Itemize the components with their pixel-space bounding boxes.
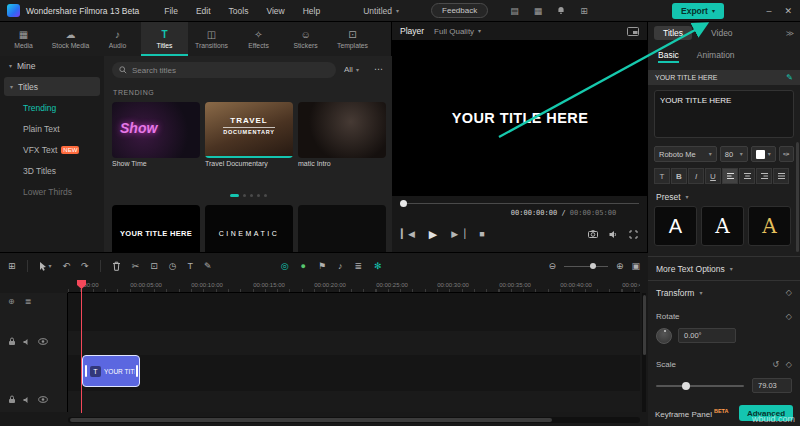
seek-handle[interactable]	[400, 200, 407, 207]
media-browser-icon[interactable]: ⊞	[8, 261, 16, 271]
bold-button[interactable]: B	[671, 168, 687, 184]
next-frame-button[interactable]: ▶▕	[451, 229, 465, 239]
close-button[interactable]: ✕	[784, 6, 792, 16]
zoom-in-icon[interactable]: ⊕	[616, 261, 624, 271]
rotate-value-field[interactable]: 0.00°	[678, 328, 736, 343]
zoom-out-icon[interactable]: ⊖	[548, 261, 556, 271]
tab-titles[interactable]: T Titles	[141, 22, 188, 56]
menu-edit[interactable]: Edit	[187, 6, 220, 16]
title-card-your-title-here[interactable]: YOUR TITLE HERE	[112, 205, 200, 252]
text-tool-icon[interactable]: T	[188, 261, 194, 271]
speed-icon[interactable]: ◷	[169, 261, 177, 271]
sidebar-item-3d-titles[interactable]: 3D Titles	[0, 160, 104, 181]
horizontal-scrollbar-thumb[interactable]	[70, 418, 552, 422]
play-button[interactable]: ▶	[429, 228, 437, 241]
reset-icon[interactable]: ↺	[772, 360, 779, 369]
sidebar-item-lower-thirds[interactable]: Lower Thirds	[0, 181, 104, 202]
notification-bell-icon[interactable]	[557, 6, 565, 15]
sidebar-group-mine[interactable]: ▾ Mine	[0, 56, 104, 76]
eye-icon[interactable]	[38, 338, 48, 345]
horizontal-scrollbar[interactable]	[68, 417, 640, 423]
lock-icon[interactable]	[8, 337, 16, 346]
keyframe-panel-button[interactable]: Keyframe PanelBETA	[655, 408, 729, 419]
title-card-show-time[interactable]: Show	[112, 102, 200, 158]
tab-media[interactable]: ▦ Media	[0, 22, 47, 56]
preset-tile-3[interactable]: A	[748, 206, 791, 246]
edit-title-icon[interactable]: ✎	[786, 73, 793, 82]
preset-tile-2[interactable]: A	[701, 206, 744, 246]
feedback-button[interactable]: Feedback	[431, 3, 488, 18]
undo-icon[interactable]: ↶	[63, 261, 71, 271]
project-name-dropdown[interactable]: Untitled ▾	[363, 6, 399, 16]
italic-button[interactable]: I	[688, 168, 704, 184]
font-size-dropdown[interactable]: 80 ▾	[720, 146, 748, 162]
fit-timeline-icon[interactable]: ▣	[631, 261, 640, 271]
voiceover-icon[interactable]: ♪	[338, 261, 343, 271]
title-card-travel-documentary[interactable]: TRAVEL DOCUMENTARY	[205, 102, 293, 158]
eye-icon[interactable]	[38, 396, 48, 403]
menu-help[interactable]: Help	[294, 6, 329, 16]
chroma-key-icon[interactable]: ●	[301, 261, 306, 271]
vertical-scrollbar-thumb[interactable]	[643, 295, 646, 355]
transform-section[interactable]: Transform ▾	[656, 288, 702, 298]
justify-button[interactable]	[773, 168, 789, 184]
preset-tile-1[interactable]: A	[654, 206, 697, 246]
tab-templates[interactable]: ⊡ Templates	[329, 22, 376, 56]
mixer-icon[interactable]: ≣	[355, 261, 363, 271]
font-color-dropdown[interactable]: ▾	[751, 146, 776, 162]
align-right-button[interactable]	[756, 168, 772, 184]
marker-flag-icon[interactable]: ⚑	[318, 261, 326, 271]
title-card-cinematic[interactable]: CINEMATIC	[205, 205, 293, 252]
sidebar-item-plain-text[interactable]: Plain Text	[0, 118, 104, 139]
panel-scrollbar[interactable]	[796, 142, 799, 252]
sidebar-group-titles[interactable]: ▾ Titles	[4, 77, 100, 96]
properties-tab-titles[interactable]: Titles	[654, 26, 692, 40]
search-box[interactable]	[112, 62, 336, 78]
snapshot-camera-icon[interactable]	[588, 230, 598, 238]
tab-stock-media[interactable]: ☁ Stock Media	[47, 22, 94, 56]
resource-grid-icon[interactable]: ⊞	[580, 6, 588, 16]
tab-transitions[interactable]: ◫ Transitions	[188, 22, 235, 56]
delete-icon[interactable]	[112, 261, 121, 271]
text-style-button[interactable]: T	[654, 168, 670, 184]
align-left-button[interactable]	[722, 168, 738, 184]
align-center-button[interactable]	[739, 168, 755, 184]
pen-tool-icon[interactable]: ✎	[204, 261, 212, 271]
scale-slider[interactable]	[656, 385, 744, 387]
more-options-icon[interactable]: ⋯	[374, 64, 383, 74]
previous-frame-button[interactable]: ▎◀	[401, 229, 415, 239]
font-family-dropdown[interactable]: Roboto Me ▾	[654, 146, 717, 162]
lock-icon[interactable]	[8, 395, 16, 404]
subtab-animation[interactable]: Animation	[697, 50, 735, 63]
keyframe-diamond-icon[interactable]: ◇	[786, 312, 792, 321]
sidebar-item-trending[interactable]: Trending	[0, 97, 104, 118]
layout-icon[interactable]: ▦	[534, 6, 543, 16]
preview-canvas[interactable]: YOUR TITLE HERE	[392, 40, 648, 196]
fullscreen-icon[interactable]	[629, 230, 638, 239]
rotate-knob[interactable]	[656, 328, 672, 344]
quality-dropdown[interactable]: Full Quality ▾	[434, 27, 481, 36]
menu-file[interactable]: File	[155, 6, 187, 16]
timeline-clip-your-title[interactable]: T YOUR TITLE...	[82, 355, 140, 387]
timeline-ruler[interactable]: 00:00 00:00:05:00 00:00:10:00 00:00:15:0…	[68, 279, 640, 293]
track-options-icon[interactable]: ≣	[25, 297, 32, 306]
eyedropper-icon[interactable]: ✑	[779, 146, 794, 162]
display-icon[interactable]: ▤	[510, 6, 519, 16]
zoom-slider-handle[interactable]	[590, 263, 596, 269]
pagination-dots[interactable]	[104, 194, 392, 197]
filter-dropdown[interactable]: All ▾	[344, 65, 359, 74]
scale-value-field[interactable]: 79.03	[752, 378, 792, 393]
split-scissors-icon[interactable]: ✂	[132, 261, 140, 271]
keyframe-diamond-icon[interactable]: ◇	[786, 288, 792, 297]
title-card-cinematic-intro[interactable]	[298, 102, 386, 158]
collapse-panel-icon[interactable]: ≫	[786, 29, 794, 38]
menu-tools[interactable]: Tools	[220, 6, 258, 16]
volume-icon[interactable]	[609, 230, 618, 239]
export-button[interactable]: Export ▾	[672, 3, 724, 19]
title-card[interactable]	[298, 205, 386, 252]
keyframe-tool-icon[interactable]: ◎	[281, 261, 289, 271]
render-preview-icon[interactable]: ✻	[374, 261, 382, 271]
minimize-button[interactable]: –	[766, 6, 771, 16]
search-input[interactable]	[132, 66, 329, 75]
title-text-input[interactable]: YOUR TITLE HERE	[654, 90, 794, 138]
